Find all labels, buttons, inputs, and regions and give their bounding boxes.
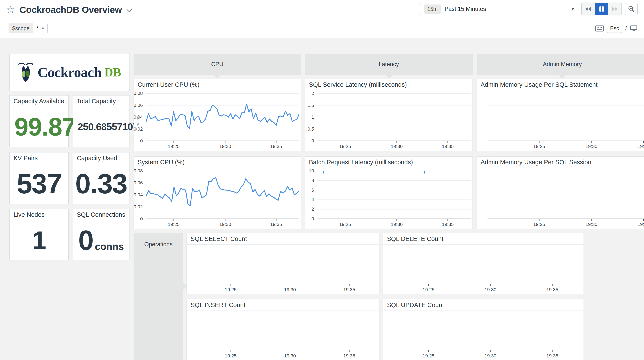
zoom-out-button[interactable]: [625, 3, 638, 15]
chart-title: SQL INSERT Count: [187, 299, 379, 311]
group-header-cpu[interactable]: CPU: [134, 54, 301, 75]
group-notch: [559, 75, 566, 79]
card-live-nodes: Live Nodes 1: [10, 209, 68, 260]
y-axis-ticks: 00.511.52: [305, 93, 316, 141]
card-kv-pairs: KV Pairs 537: [10, 152, 68, 204]
card-total-capacity: Total Capacity 250.6855710720 GB: [73, 95, 130, 147]
scope-value-dropdown[interactable]: * ▾: [33, 23, 48, 33]
y-tick-label: 0.06: [134, 103, 143, 108]
rewind-button[interactable]: [582, 3, 595, 15]
title-chevron-down-icon[interactable]: [126, 9, 132, 12]
plot-area[interactable]: [146, 93, 299, 141]
plot-area[interactable]: [198, 246, 377, 284]
x-tick-label: 19:25: [225, 284, 236, 293]
line-chart-batch-request-latency[interactable]: 0246810 19:2519:3019:35: [305, 168, 472, 229]
card-capacity-used: Capacity Used 0.33: [73, 152, 130, 204]
x-tick-label: 19:30: [219, 141, 231, 149]
rewind-icon: [585, 6, 592, 11]
x-tick-label: 19:30: [284, 284, 296, 293]
cockroachdb-logo-panel: Cockroach DB: [10, 54, 130, 91]
y-tick-label: 6: [312, 187, 314, 193]
fast-forward-button[interactable]: [608, 3, 622, 15]
time-badge: 15m: [424, 4, 441, 14]
card-title: KV Pairs: [10, 152, 68, 164]
x-tick-label: 19:35: [344, 350, 355, 359]
y-tick-label: 2: [312, 91, 314, 96]
scope-label: $scope: [9, 23, 33, 33]
plot-area[interactable]: [394, 313, 582, 350]
time-range-label: Past 15 Minutes: [445, 6, 486, 12]
x-axis-ticks: 19:2519:3019:35: [488, 219, 644, 229]
template-variable-scope[interactable]: $scope * ▾: [8, 23, 48, 33]
x-axis-ticks: 19:2519:3019:35: [394, 284, 582, 294]
line-chart-sql-service-latency[interactable]: 00.511.52 19:2519:3019:35: [305, 90, 472, 151]
chart-title: SQL Service Latency (milliseconds): [305, 79, 472, 90]
x-tick-label: 19:35: [442, 219, 454, 227]
x-tick-label: 19:35: [270, 219, 282, 227]
line-chart-admin-memory-statement[interactable]: 19:2519:3019:35: [477, 90, 644, 151]
time-caret-icon: ▾: [572, 6, 574, 11]
card-value: 0.33: [73, 164, 129, 204]
x-tick-label: 19:35: [546, 284, 558, 293]
y-tick-label: 1.5: [308, 103, 314, 108]
title-row: ☆ CockroachDB Overview: [6, 2, 132, 17]
line-chart-sql-insert-count[interactable]: 19:2519:3019:35: [187, 311, 379, 360]
fullscreen-monitor-icon[interactable]: [630, 25, 638, 32]
group-header-latency[interactable]: Latency: [305, 54, 473, 75]
y-tick-label: 0.06: [134, 180, 143, 186]
y-axis-label: Percent: [136, 113, 140, 133]
top-bar: ☆ CockroachDB Overview $scope * ▾ 15m Pa…: [0, 0, 644, 38]
card-value: 99.87: [10, 107, 68, 147]
plot-area[interactable]: [488, 171, 644, 219]
logo-wordmark: Cockroach: [38, 64, 102, 80]
y-tick-label: 0: [140, 138, 143, 144]
plot-area[interactable]: [198, 313, 377, 350]
x-tick-label: 19:30: [484, 350, 496, 359]
x-tick-label: 19:30: [391, 219, 402, 227]
plot-area[interactable]: [318, 171, 471, 219]
group-header-admin-memory[interactable]: Admin Memory: [476, 54, 644, 75]
group-title-admin-memory: Admin Memory: [543, 61, 582, 68]
y-axis-ticks: 00.020.040.060.08: [134, 171, 144, 219]
zoom-out-icon: [628, 5, 635, 12]
dashboard-board: Cockroach DB Capacity Available... 99.87…: [0, 38, 644, 360]
x-axis-ticks: 19:2519:3019:35: [198, 284, 377, 294]
x-tick-label: 19:35: [442, 141, 454, 149]
x-axis-ticks: 19:2519:3019:35: [146, 219, 299, 229]
y-tick-label: 0.08: [134, 168, 143, 174]
cockroach-bug-icon: [18, 62, 34, 83]
favorite-star-icon[interactable]: ☆: [6, 4, 15, 15]
plot-area[interactable]: [146, 171, 299, 219]
panel-sql-delete-count: SQL DELETE Count 19:2519:3019:35: [383, 233, 584, 294]
keyboard-icon: [595, 25, 604, 31]
x-tick-label: 19:25: [534, 219, 545, 227]
x-tick-label: 19:25: [339, 141, 351, 149]
pause-button[interactable]: [595, 3, 608, 15]
keyboard-shortcut-hints: Esc /: [595, 24, 638, 33]
y-tick-label: 0.08: [134, 91, 143, 96]
line-chart-system-cpu[interactable]: 00.020.040.060.08 19:2519:3019:35: [134, 168, 301, 229]
y-tick-label: 0.5: [308, 126, 314, 132]
line-chart-current-user-cpu[interactable]: 00.020.040.060.08 19:2519:3019:35 Percen…: [134, 90, 301, 151]
line-chart-admin-memory-session[interactable]: 19:2519:3019:35: [477, 168, 644, 229]
x-tick-label: 19:25: [339, 219, 351, 227]
x-tick-label: 19:35: [638, 219, 644, 227]
panel-current-user-cpu: Current User CPU (%) 00.020.040.060.08 1…: [134, 79, 301, 151]
line-chart-sql-select-count[interactable]: 19:2519:3019:35: [187, 245, 379, 294]
plot-area[interactable]: [394, 246, 582, 284]
panel-batch-request-latency: Batch Request Latency (milliseconds) 024…: [305, 156, 473, 229]
card-title: Total Capacity: [73, 95, 129, 107]
x-tick-label: 19:35: [638, 141, 644, 149]
line-chart-sql-delete-count[interactable]: 19:2519:3019:35: [383, 245, 584, 294]
y-axis-ticks: 0246810: [305, 171, 316, 219]
playback-controls: [582, 2, 622, 15]
plot-area[interactable]: [318, 93, 471, 141]
group-header-operations[interactable]: Operations: [134, 233, 183, 360]
y-tick-label: 10: [309, 168, 314, 174]
time-range-picker[interactable]: 15m Past 15 Minutes ▾: [420, 3, 578, 15]
x-tick-label: 19:35: [344, 284, 355, 293]
line-chart-sql-update-count[interactable]: 19:2519:3019:35: [383, 311, 584, 360]
plot-area[interactable]: [488, 93, 644, 141]
panel-admin-memory-per-statement: Admin Memory Usage Per SQL Statement 19:…: [476, 79, 644, 151]
card-capacity-available: Capacity Available... 99.87: [10, 95, 68, 147]
